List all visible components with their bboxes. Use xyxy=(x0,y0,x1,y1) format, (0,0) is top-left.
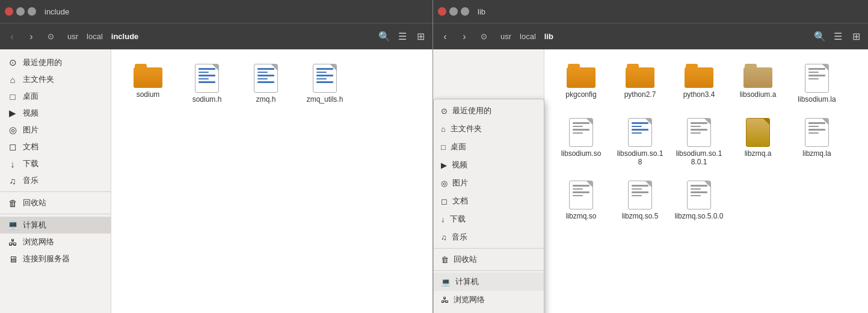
dropdown-downloads[interactable]: ↓ 下载 xyxy=(434,210,544,228)
dropdown-docs-icon: ◻ xyxy=(441,197,448,206)
right-toolbar-right: 🔍 ☰ ⊞ xyxy=(811,28,864,45)
right-list-view-button[interactable]: ☰ xyxy=(830,28,846,45)
dropdown-network[interactable]: 🖧 浏览网络 xyxy=(434,291,544,309)
sidebar-item-home[interactable]: ⌂ 主文件夹 xyxy=(0,71,111,88)
file-item-python27[interactable]: python2.7 xyxy=(613,59,667,108)
dropdown-home[interactable]: ⌂ 主文件夹 xyxy=(434,120,544,138)
sidebar-label-trash: 回收站 xyxy=(23,197,46,208)
file-item-zmq-utils-h[interactable]: zmq_utils.h xyxy=(298,59,352,108)
file-item-sodium[interactable]: sodium xyxy=(121,59,175,108)
left-back-button[interactable]: ‹ xyxy=(4,28,20,45)
right-breadcrumb-local[interactable]: local xyxy=(516,30,540,43)
file-item-libsodium-la[interactable]: libsodium.la xyxy=(790,59,844,108)
dropdown-photos[interactable]: ◎ 图片 xyxy=(434,174,544,192)
libzmq-so500-icon xyxy=(687,181,711,209)
sidebar-item-trash[interactable]: 🗑 回收站 xyxy=(0,194,111,211)
right-minimize-button[interactable] xyxy=(449,7,458,16)
left-minimize-button[interactable] xyxy=(16,7,25,16)
right-search-button[interactable]: 🔍 xyxy=(811,28,828,45)
file-item-libzmq-so5[interactable]: libzmq.so.5 xyxy=(613,176,667,225)
dropdown-trash[interactable]: 🗑 回收站 xyxy=(434,250,544,268)
dropdown-photos-label: 图片 xyxy=(452,178,468,188)
file-item-libzmq-a[interactable]: libzmq.a xyxy=(731,113,785,171)
right-forward-button[interactable]: › xyxy=(456,28,473,45)
sidebar-item-server[interactable]: 🖥 连接到服务器 xyxy=(0,250,111,267)
dropdown-recent[interactable]: ⊙ 最近使用的 xyxy=(434,102,544,120)
file-item-pkgconfig[interactable]: pkgconfig xyxy=(554,59,608,108)
left-file-grid: sodium sodium.h xyxy=(111,49,432,313)
dropdown-videos-label: 视频 xyxy=(452,160,467,170)
left-maximize-button[interactable] xyxy=(28,7,36,16)
dropdown-docs-label: 文档 xyxy=(452,196,468,206)
sidebar-label-computer: 计算机 xyxy=(23,220,46,231)
left-close-button[interactable] xyxy=(5,7,13,16)
left-search-button[interactable]: 🔍 xyxy=(376,28,393,45)
breadcrumb-include[interactable]: include xyxy=(108,30,143,43)
file-name-libsodium-so: libsodium.so xyxy=(561,149,602,158)
network-icon: 🖧 xyxy=(7,237,18,247)
downloads-icon: ↓ xyxy=(7,158,18,169)
file-item-libsodium-so18[interactable]: libsodium.so.18 xyxy=(613,113,667,171)
left-grid-view-button[interactable]: ⊞ xyxy=(412,28,429,45)
right-maximize-button[interactable] xyxy=(461,7,469,16)
breadcrumb-local[interactable]: local xyxy=(83,30,106,43)
file-name-sodium: sodium xyxy=(137,90,160,99)
dropdown-computer[interactable]: 💻 计算机 xyxy=(434,273,544,291)
left-titlebar: include xyxy=(0,0,432,23)
desktop-icon: □ xyxy=(7,91,18,102)
sidebar-label-server: 连接到服务器 xyxy=(23,253,70,264)
file-item-libzmq-so[interactable]: libzmq.so xyxy=(554,176,608,225)
folder-python27-icon xyxy=(626,64,654,88)
right-breadcrumb-lib[interactable]: lib xyxy=(541,30,557,43)
file-item-libzmq-la[interactable]: libzmq.la xyxy=(790,113,844,171)
dropdown-computer-label: 计算机 xyxy=(455,276,479,287)
sidebar-item-recent[interactable]: ⊙ 最近使用的 xyxy=(0,54,111,71)
dropdown-videos-icon: ▶ xyxy=(441,161,447,170)
libzmq-so-icon xyxy=(569,181,593,209)
file-name-zmq-utils-h: zmq_utils.h xyxy=(307,95,343,104)
left-forward-button[interactable]: › xyxy=(23,28,40,45)
dropdown-videos[interactable]: ▶ 视频 xyxy=(434,156,544,174)
right-grid-view-button[interactable]: ⊞ xyxy=(848,28,864,45)
file-item-python34[interactable]: python3.4 xyxy=(672,59,726,108)
folder-pkgconfig-icon xyxy=(567,64,596,88)
file-item-libsodium-so[interactable]: libsodium.so xyxy=(554,113,608,171)
file-name-libzmq-so: libzmq.so xyxy=(566,212,597,220)
right-toolbar: ‹ › ⊙ usr local lib 🔍 ☰ ⊞ xyxy=(433,23,868,49)
sidebar-item-docs[interactable]: ◻ 文档 xyxy=(0,138,111,155)
left-list-view-button[interactable]: ☰ xyxy=(394,28,411,45)
dropdown-home-label: 主文件夹 xyxy=(451,123,482,134)
right-titlebar-buttons xyxy=(438,7,469,16)
dropdown-server[interactable]: 🖥 连接到服务器 xyxy=(434,309,544,313)
dropdown-docs[interactable]: ◻ 文档 xyxy=(434,192,544,210)
sidebar-item-photos[interactable]: ◎ 图片 xyxy=(0,122,111,138)
sidebar-item-desktop[interactable]: □ 桌面 xyxy=(0,88,111,105)
sidebar-item-network[interactable]: 🖧 浏览网络 xyxy=(0,234,111,250)
right-breadcrumb-usr[interactable]: usr xyxy=(497,30,515,43)
file-item-libsodium-so1801[interactable]: libsodium.so.18.0.1 xyxy=(672,113,726,171)
right-location-button[interactable]: ⊙ xyxy=(475,28,492,45)
file-item-zmq-h[interactable]: zmq.h xyxy=(239,59,293,108)
folder-sodium-icon xyxy=(134,64,162,88)
file-item-sodium-h[interactable]: sodium.h xyxy=(180,59,234,108)
file-item-libzmq-so500[interactable]: libzmq.so.5.0.0 xyxy=(672,176,726,225)
dropdown-desktop[interactable]: □ 桌面 xyxy=(434,138,544,156)
file-item-libsodium-a[interactable]: libsodium.a xyxy=(731,59,785,108)
file-name-libsodium-so1801: libsodium.so.18.0.1 xyxy=(674,149,724,166)
right-content-area: ⊙ 最近使用的 ⌂ 主文件夹 □ 桌面 ▶ 视频 xyxy=(433,49,868,313)
right-close-button[interactable] xyxy=(438,7,446,16)
breadcrumb-usr[interactable]: usr xyxy=(64,30,82,43)
right-back-button[interactable]: ‹ xyxy=(437,28,454,45)
file-name-libzmq-so5: libzmq.so.5 xyxy=(622,212,659,220)
sidebar-item-videos[interactable]: ▶ 视频 xyxy=(0,105,111,122)
dropdown-trash-label: 回收站 xyxy=(454,254,477,265)
left-titlebar-buttons xyxy=(5,7,36,16)
dropdown-network-label: 浏览网络 xyxy=(454,294,485,305)
left-toolbar: ‹ › ⊙ usr local include 🔍 ☰ ⊞ xyxy=(0,23,432,49)
left-location-button[interactable]: ⊙ xyxy=(42,28,59,45)
dropdown-music[interactable]: ♫ 音乐 xyxy=(434,228,544,246)
sidebar-item-downloads[interactable]: ↓ 下载 xyxy=(0,155,111,172)
sidebar-item-computer[interactable]: 💻 计算机 xyxy=(0,217,111,234)
sidebar-item-music[interactable]: ♫ 音乐 xyxy=(0,172,111,189)
right-file-grid: pkgconfig python2.7 python3.4 xyxy=(544,49,868,313)
